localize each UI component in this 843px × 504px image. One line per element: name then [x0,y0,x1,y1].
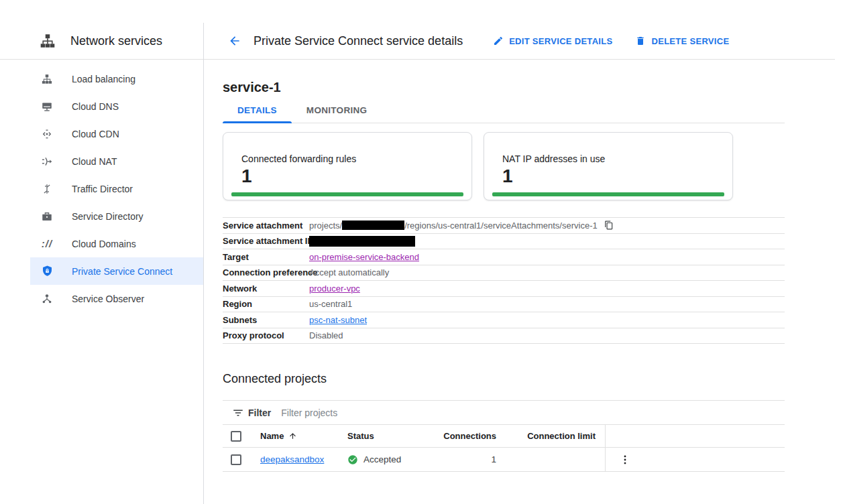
sidebar-item-label: Load balancing [72,74,135,84]
page-header: Private Service Connect service details … [204,23,835,60]
attribute-row-proxy-protocol: Proxy protocol Disabled [223,328,785,344]
load-balancing-icon [40,72,54,86]
subnet-link[interactable]: psc-nat-subnet [309,315,367,325]
attribute-value: Disabled [309,330,785,340]
cloud-dns-icon [40,100,54,113]
pencil-icon [493,36,504,46]
sidebar-item-cloud-nat[interactable]: Cloud NAT [30,147,203,175]
sidebar: Network services Load balancing [0,23,204,504]
service-name: service-1 [223,80,785,95]
attribute-row-service-attachment-id: Service attachment ID [223,234,785,250]
sidebar-item-service-observer[interactable]: Service Observer [30,285,203,312]
connected-projects-title: Connected projects [223,372,785,386]
column-header-connection-limit[interactable]: Connection limit [527,431,596,441]
network-services-icon [39,32,56,50]
header-actions: EDIT SERVICE DETAILS DELETE SERVICE [493,36,752,46]
sidebar-item-label: Cloud DNS [72,101,119,112]
table-header-row: Name Status Connections Connection limit [223,425,785,448]
filter-bar[interactable]: Filter Filter projects [223,400,785,425]
sidebar-header: Network services [0,23,203,60]
attribute-label: Service attachment [223,220,309,231]
tab-details[interactable]: DETAILS [223,105,292,123]
sidebar-item-cloud-domains[interactable]: :// Cloud Domains [30,230,203,257]
traffic-director-icon [40,182,54,196]
table-row: deepaksandbox Accepted 1 [223,448,785,472]
attribute-value [309,236,785,247]
sidebar-item-label: Service Observer [72,294,144,304]
connections-value: 1 [491,454,496,464]
main-content: service-1 DETAILS MONITORING Connected f… [204,60,843,472]
attribute-row-network: Network producer-vpc [223,281,785,297]
attribute-row-subnets: Subnets psc-nat-subnet [223,312,785,328]
card-label: NAT IP addresses in use [502,153,732,164]
redacted-text [309,236,415,247]
sidebar-title: Network services [70,34,162,48]
service-observer-icon [40,292,54,306]
attribute-label: Subnets [223,315,309,325]
app-window: Network services Load balancing [0,0,843,504]
sort-ascending-icon[interactable] [288,432,297,440]
trash-icon [635,36,646,46]
attribute-label: Connection preference [223,267,309,277]
attribute-label: Proxy protocol [223,330,309,340]
shield-lock-icon [40,265,54,278]
column-header-connections[interactable]: Connections [443,431,496,441]
filter-input-placeholder[interactable]: Filter projects [281,407,785,418]
sidebar-item-load-balancing[interactable]: Load balancing [30,65,203,92]
sidebar-item-service-directory[interactable]: Service Directory [30,202,203,230]
attribute-row-target: Target on-premise-service-backend [223,249,785,265]
select-all-checkbox[interactable] [231,431,241,442]
project-name-link[interactable]: deepaksandbox [260,454,324,464]
attribute-label: Region [223,299,309,309]
attribute-row-connection-preference: Connection preference Accept automatical… [223,265,785,281]
copy-icon[interactable] [604,220,614,230]
value-suffix: /regions/us-central1/serviceAttachments/… [404,220,598,231]
sidebar-item-label: Cloud CDN [72,129,119,139]
sidebar-item-label: Cloud Domains [72,239,136,249]
card-value: 1 [502,167,732,186]
sidebar-item-label: Service Directory [72,211,144,222]
attribute-row-region: Region us-central1 [223,297,785,313]
card-label: Connected forwarding rules [241,153,471,164]
filter-icon [232,407,244,419]
card-sparkline-bar [231,192,463,196]
edit-service-details-button[interactable]: EDIT SERVICE DETAILS [493,36,612,46]
nat-ip-addresses-card: NAT IP addresses in use 1 [484,132,733,200]
sidebar-item-cloud-cdn[interactable]: Cloud CDN [30,120,203,147]
sidebar-item-cloud-dns[interactable]: Cloud DNS [30,92,203,120]
sidebar-nav: Load balancing Cloud DNS [0,60,203,312]
delete-service-button[interactable]: DELETE SERVICE [635,36,729,46]
target-link[interactable]: on-premise-service-backend [309,252,419,262]
sidebar-item-private-service-connect[interactable]: Private Service Connect [30,257,203,285]
cloud-domains-icon: :// [40,237,54,251]
connected-forwarding-rules-card: Connected forwarding rules 1 [223,132,472,200]
card-sparkline-bar [492,192,724,196]
redacted-text [342,220,404,230]
attribute-label: Network [223,284,309,294]
sidebar-item-traffic-director[interactable]: Traffic Director [30,175,203,202]
sidebar-item-label: Cloud NAT [72,156,117,167]
sidebar-item-label: Traffic Director [72,184,133,194]
metric-cards: Connected forwarding rules 1 NAT IP addr… [223,132,785,200]
network-link[interactable]: producer-vpc [309,284,360,294]
cloud-cdn-icon [40,127,54,141]
service-attributes: Service attachment projects//regions/us-… [223,217,785,344]
back-arrow-icon[interactable] [228,34,241,48]
edit-service-details-label: EDIT SERVICE DETAILS [509,36,612,46]
main-panel: Private Service Connect service details … [204,23,843,504]
attribute-value: projects//regions/us-central1/serviceAtt… [309,220,785,231]
filter-label: Filter [248,407,271,418]
column-header-name[interactable]: Name [260,431,284,441]
row-checkbox[interactable] [231,454,241,465]
check-circle-icon [347,454,358,465]
service-directory-icon [40,210,54,223]
column-header-status[interactable]: Status [347,431,374,441]
row-overflow-menu-icon[interactable] [619,454,631,466]
attribute-row-service-attachment: Service attachment projects//regions/us-… [223,218,785,234]
sidebar-item-label: Private Service Connect [72,266,172,277]
page-title: Private Service Connect service details [254,34,463,48]
card-value: 1 [241,167,471,186]
tab-monitoring[interactable]: MONITORING [292,105,382,123]
cloud-nat-icon [40,155,54,168]
attribute-value: Accept automatically [309,267,785,277]
